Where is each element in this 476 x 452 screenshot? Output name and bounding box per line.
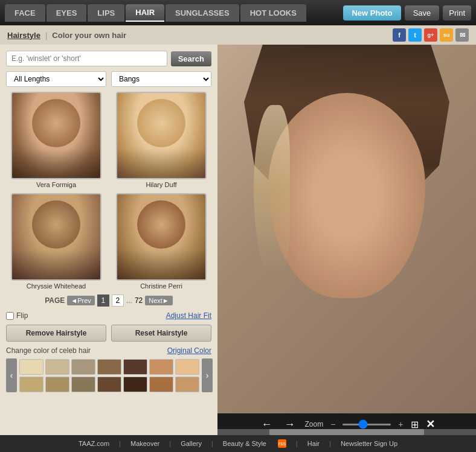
pagination: PAGE ◄Prev 1 2 ... 72 Next► — [6, 294, 211, 307]
zoom-minus-icon: − — [330, 419, 335, 429]
celeb-name-christine: Christine Perri — [140, 282, 182, 290]
swatch-row-top — [19, 359, 199, 375]
zoom-slider[interactable] — [343, 424, 391, 425]
stumbleupon-icon[interactable]: su — [440, 28, 453, 42]
remove-hairstyle-button[interactable]: Remove Hairstyle — [6, 325, 106, 342]
zoom-label: Zoom — [304, 420, 323, 428]
flip-checkbox[interactable] — [6, 312, 14, 320]
tab-hair[interactable]: HAIR — [126, 4, 164, 22]
color-swatch-6[interactable] — [149, 359, 173, 375]
site-name[interactable]: TAAZ.com — [79, 440, 109, 447]
swatch-row-bottom — [19, 377, 199, 392]
top-buttons: New Photo Save Print — [343, 5, 471, 21]
celeb-name-vera: Vera Formiga — [36, 181, 76, 188]
google-icon[interactable]: g+ — [424, 28, 437, 42]
filter-row: All Lengths Short Medium Long Bangs No B… — [6, 71, 211, 87]
celeb-name-chryssie: Chryssie Whitehead — [27, 282, 86, 290]
total-pages: 72 — [135, 296, 143, 305]
adjust-hair-fit-link[interactable]: Adjust Hair Fit — [166, 311, 211, 320]
hair-highlight-left — [254, 105, 290, 274]
facebook-icon[interactable]: f — [393, 28, 406, 42]
original-color-link[interactable]: Original Color — [167, 346, 211, 355]
rss-icon[interactable]: rss — [278, 439, 286, 448]
color-swatch-9[interactable] — [45, 377, 69, 392]
nav-tabs: FACE EYES LIPS HAIR SUNGLASSES HOT LOOKS — [5, 4, 306, 22]
photo-grid-icon[interactable]: ⊞ — [411, 419, 419, 430]
celeb-item-hilary[interactable]: Hilary Duff — [111, 92, 211, 188]
color-swatch-12[interactable] — [123, 377, 147, 392]
sub-nav-separator: | — [45, 31, 47, 40]
email-icon[interactable]: ✉ — [455, 28, 469, 42]
color-own-hair-tab[interactable]: Color your own hair — [52, 31, 126, 40]
color-swatch-1[interactable] — [19, 359, 43, 375]
celeb-item-chryssie[interactable]: Chryssie Whitehead — [6, 193, 106, 290]
sub-nav: Hairstyle | Color your own hair f t g+ s… — [0, 25, 476, 45]
celeb-item-christine[interactable]: Christine Perri — [111, 193, 211, 290]
color-swatch-8[interactable] — [19, 377, 43, 392]
color-swatch-11[interactable] — [97, 377, 121, 392]
color-swatch-10[interactable] — [71, 377, 95, 392]
scroll-thumb — [269, 429, 425, 435]
color-section: Change color of celeb hair Original Colo… — [6, 346, 211, 392]
color-swatches-top — [19, 359, 199, 392]
color-swatch-7[interactable] — [175, 359, 199, 375]
search-input[interactable] — [6, 51, 167, 66]
social-icons: f t g+ su ✉ — [393, 28, 469, 42]
footer-link-gallery[interactable]: Gallery — [181, 440, 202, 447]
color-swatch-2[interactable] — [45, 359, 69, 375]
celeb-name-hilary: Hilary Duff — [146, 181, 176, 188]
color-swatch-5[interactable] — [123, 359, 147, 375]
top-nav: FACE EYES LIPS HAIR SUNGLASSES HOT LOOKS… — [0, 0, 476, 25]
color-swatch-3[interactable] — [71, 359, 95, 375]
page-2[interactable]: 2 — [112, 294, 124, 307]
right-panel: ← → Zoom − + ⊞ ✕ — [217, 45, 476, 435]
sub-nav-left: Hairstyle | Color your own hair — [7, 31, 126, 40]
flip-label: Flip — [16, 311, 28, 320]
horizontal-scrollbar[interactable] — [217, 429, 476, 435]
tab-face[interactable]: FACE — [5, 4, 45, 22]
bangs-filter[interactable]: Bangs No Bangs Side Swept Full Bangs — [111, 71, 211, 87]
left-panel: Search All Lengths Short Medium Long Ban… — [0, 45, 217, 435]
footer-link-hair[interactable]: Hair — [307, 440, 320, 447]
tab-hot-looks[interactable]: HOT LOOKS — [240, 4, 306, 22]
reset-hairstyle-button[interactable]: Reset Hairstyle — [111, 325, 211, 342]
color-swatch-4[interactable] — [97, 359, 121, 375]
page-1[interactable]: 1 — [97, 294, 109, 307]
color-header: Change color of celeb hair Original Colo… — [6, 346, 211, 355]
new-photo-button[interactable]: New Photo — [343, 5, 400, 21]
tab-eyes[interactable]: EYES — [47, 4, 87, 22]
photo-background — [217, 45, 476, 413]
prev-page-button[interactable]: ◄Prev — [67, 296, 95, 305]
footer-link-newsletter[interactable]: Newsletter Sign Up — [341, 440, 397, 447]
twitter-icon[interactable]: t — [408, 28, 422, 42]
length-filter[interactable]: All Lengths Short Medium Long — [6, 71, 106, 87]
main-photo — [217, 45, 476, 413]
color-prev-arrow[interactable]: ‹ — [6, 358, 17, 392]
zoom-plus-icon: + — [398, 419, 403, 429]
face-oval — [268, 93, 425, 298]
celeb-grid: Vera Formiga Hilary Duff Chryssie Whiteh… — [6, 92, 211, 290]
print-button[interactable]: Print — [443, 5, 471, 21]
footer-link-beauty-style[interactable]: Beauty & Style — [223, 440, 266, 447]
footer-link-makeover[interactable]: Makeover — [130, 440, 159, 447]
color-title: Change color of celeb hair — [6, 346, 91, 355]
flip-row: Flip Adjust Hair Fit — [6, 311, 211, 320]
celeb-item-vera[interactable]: Vera Formiga — [6, 92, 106, 188]
search-row: Search — [6, 51, 211, 66]
next-page-button[interactable]: Next► — [145, 296, 173, 305]
save-button[interactable]: Save — [405, 5, 440, 21]
hairstyle-tab[interactable]: Hairstyle — [7, 31, 40, 40]
photo-container — [217, 45, 476, 413]
color-next-arrow[interactable]: › — [202, 358, 213, 392]
tab-sunglasses[interactable]: SUNGLASSES — [166, 4, 239, 22]
color-swatch-14[interactable] — [175, 377, 199, 392]
color-swatch-13[interactable] — [149, 377, 173, 392]
page-dots: ... — [126, 296, 132, 305]
search-button[interactable]: Search — [171, 51, 211, 66]
main-layout: Search All Lengths Short Medium Long Ban… — [0, 45, 476, 435]
bottom-bar: TAAZ.com | Makeover | Gallery | Beauty &… — [0, 435, 476, 452]
tab-lips[interactable]: LIPS — [88, 4, 124, 22]
page-label: PAGE — [45, 296, 65, 305]
flip-checkbox-label[interactable]: Flip — [6, 311, 28, 320]
color-swatches-container: ‹ — [6, 358, 211, 392]
